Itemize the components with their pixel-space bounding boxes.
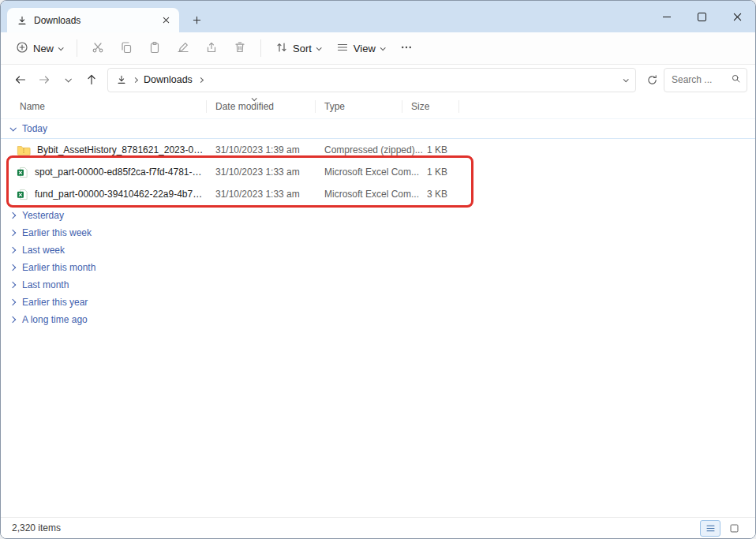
- column-header-size[interactable]: Size: [402, 95, 458, 118]
- search-box[interactable]: [664, 68, 747, 92]
- file-list: Today Bybit_AssetHistory_8781621_2023-01…: [1, 119, 755, 328]
- up-button[interactable]: [80, 68, 103, 92]
- group-header-today[interactable]: Today: [1, 119, 755, 139]
- group-label: Earlier this week: [22, 227, 92, 238]
- column-header-date-modified[interactable]: Date modified: [206, 95, 315, 118]
- file-size: 1 KB: [402, 167, 458, 178]
- large-thumbnails-view-button[interactable]: [724, 520, 744, 537]
- file-row[interactable]: spot_part-00000-ed85f2ca-f7fd-4781-a3e6-…: [1, 161, 755, 183]
- group-header-earlier-this-month[interactable]: Earlier this month: [1, 259, 755, 276]
- chevron-right-icon: [9, 212, 16, 219]
- excel-file-icon: [17, 189, 28, 200]
- file-date: 31/10/2023 1:33 am: [206, 189, 315, 200]
- file-type: Microsoft Excel Com...: [315, 167, 402, 178]
- column-header-name[interactable]: Name: [1, 101, 206, 112]
- group-header-a-long-time-ago[interactable]: A long time ago: [1, 311, 755, 328]
- sort-arrows-icon: [275, 41, 288, 56]
- items-count: 2,320 items: [12, 522, 61, 533]
- magnifier-icon: [731, 73, 741, 87]
- chevron-right-icon: [9, 230, 16, 236]
- share-icon: [205, 41, 218, 56]
- file-type: Compressed (zipped)...: [315, 144, 402, 155]
- copy-button[interactable]: [113, 36, 140, 61]
- clipboard-icon: [148, 41, 161, 56]
- group-label: Last week: [22, 245, 65, 256]
- address-bar[interactable]: Downloads: [107, 68, 636, 92]
- file-type: Microsoft Excel Com...: [315, 189, 402, 200]
- trash-icon: [234, 41, 246, 56]
- maximize-button[interactable]: [684, 1, 720, 32]
- chevron-right-icon[interactable]: [198, 77, 204, 82]
- file-name: Bybit_AssetHistory_8781621_2023-01-01_20…: [37, 144, 206, 155]
- file-date: 31/10/2023 1:33 am: [206, 167, 315, 178]
- group-label: Earlier this month: [22, 262, 95, 273]
- group-header-last-week[interactable]: Last week: [1, 241, 755, 259]
- zip-folder-icon: [17, 144, 31, 156]
- download-icon: [17, 15, 28, 26]
- address-dropdown-chevron-icon[interactable]: [623, 77, 629, 82]
- scissors-icon: [92, 41, 104, 56]
- status-bar: 2,320 items: [1, 517, 755, 538]
- share-button[interactable]: [198, 36, 225, 61]
- breadcrumb-downloads[interactable]: Downloads: [144, 74, 193, 85]
- chevron-down-icon: [316, 45, 322, 51]
- paste-button[interactable]: [141, 36, 168, 61]
- file-name: spot_part-00000-ed85f2ca-f7fd-4781-a3e6-…: [35, 167, 206, 178]
- column-headers: Name Date modified Type Size: [1, 95, 755, 119]
- ellipsis-icon: [400, 41, 413, 56]
- close-button[interactable]: [720, 1, 755, 32]
- group-label: Yesterday: [22, 210, 64, 221]
- sort-button[interactable]: Sort: [268, 36, 327, 61]
- plus-circle-icon: [16, 41, 28, 56]
- recent-locations-chevron-icon[interactable]: [56, 68, 80, 92]
- chevron-right-icon: [9, 247, 16, 253]
- chevron-right-icon: [9, 282, 16, 288]
- view-toggles: [700, 520, 744, 537]
- more-options-button[interactable]: [393, 36, 420, 61]
- download-icon: [116, 74, 127, 85]
- rename-button[interactable]: [170, 36, 196, 61]
- file-name: fund_part-00000-39410462-22a9-4b75-afb1-…: [35, 189, 206, 200]
- view-button[interactable]: View: [329, 36, 391, 61]
- tab-close-icon[interactable]: [159, 13, 173, 28]
- delete-button[interactable]: [226, 36, 253, 61]
- toolbar-divider: [260, 39, 261, 57]
- cut-button[interactable]: [84, 36, 111, 61]
- chevron-right-icon: [133, 77, 138, 82]
- chevron-down-icon: [58, 45, 64, 51]
- group-header-last-month[interactable]: Last month: [1, 276, 755, 294]
- column-header-filler: [458, 95, 755, 118]
- file-size: 3 KB: [402, 189, 458, 200]
- minimize-button[interactable]: [649, 1, 684, 32]
- tab-downloads[interactable]: Downloads: [7, 8, 179, 32]
- group-label: Today: [22, 123, 47, 134]
- command-toolbar: New: [1, 32, 755, 65]
- excel-file-icon: [17, 167, 28, 178]
- chevron-right-icon: [9, 264, 16, 271]
- group-label: Earlier this year: [22, 297, 88, 308]
- new-tab-button[interactable]: [185, 9, 208, 30]
- details-view-button[interactable]: [700, 520, 720, 537]
- group-header-yesterday[interactable]: Yesterday: [1, 207, 755, 224]
- view-button-label: View: [354, 43, 376, 54]
- rename-icon: [177, 41, 189, 56]
- group-label: Last month: [22, 279, 69, 290]
- sort-button-label: Sort: [293, 43, 312, 54]
- file-row[interactable]: Bybit_AssetHistory_8781621_2023-01-01_20…: [1, 139, 755, 161]
- chevron-down-icon: [380, 45, 385, 51]
- file-row[interactable]: fund_part-00000-39410462-22a9-4b75-afb1-…: [1, 183, 755, 205]
- refresh-button[interactable]: [640, 68, 664, 92]
- column-header-type[interactable]: Type: [315, 95, 402, 118]
- forward-button[interactable]: [32, 68, 56, 92]
- group-header-earlier-this-year[interactable]: Earlier this year: [1, 294, 755, 311]
- group-label: A long time ago: [22, 314, 88, 325]
- view-lines-icon: [336, 41, 349, 56]
- back-button[interactable]: [9, 68, 32, 92]
- group-header-earlier-this-week[interactable]: Earlier this week: [1, 224, 755, 241]
- new-button[interactable]: New: [9, 36, 69, 61]
- search-input[interactable]: [670, 73, 728, 86]
- chevron-down-icon: [9, 125, 16, 131]
- file-explorer-window: Downloads New: [0, 0, 756, 539]
- titlebar: Downloads: [1, 1, 755, 32]
- chevron-right-icon: [9, 299, 16, 305]
